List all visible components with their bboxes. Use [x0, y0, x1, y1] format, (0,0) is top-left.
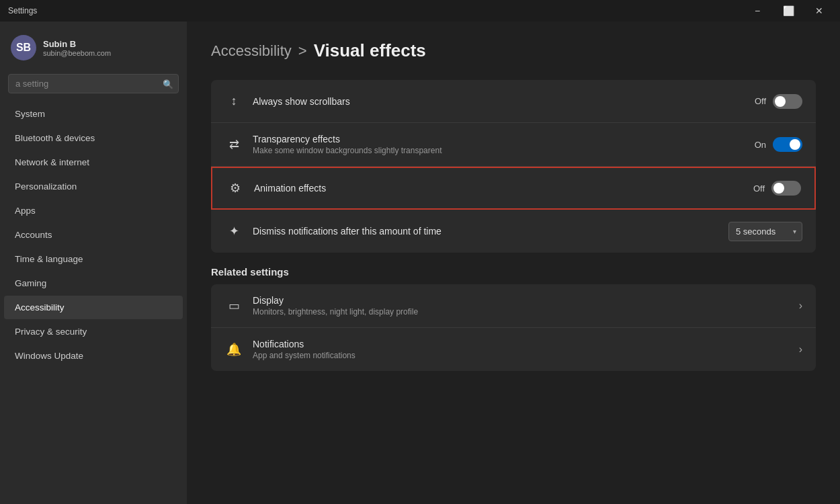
notifications-label: Notifications	[253, 339, 790, 349]
dismiss-text: Dismiss notifications after this amount …	[253, 226, 719, 237]
settings-section: ↕Always show scrollbarsOff⇄Transparency …	[211, 80, 816, 253]
sidebar-item-privacy[interactable]: Privacy & security	[4, 320, 183, 343]
transparency-toggle[interactable]	[773, 137, 802, 152]
transparency-icon: ⇄	[224, 135, 243, 154]
notifications-text: NotificationsApp and system notification…	[253, 339, 790, 360]
sidebar-item-personalization[interactable]: Personalization	[4, 175, 183, 198]
scrollbars-icon: ↕	[224, 92, 243, 111]
avatar: SB	[11, 35, 36, 60]
search-input[interactable]	[8, 74, 179, 93]
breadcrumb: Accessibility > Visual effects	[211, 40, 816, 61]
display-icon: ▭	[224, 296, 243, 315]
sidebar-item-network[interactable]: Network & internet	[4, 151, 183, 174]
sidebar-item-time[interactable]: Time & language	[4, 247, 183, 271]
transparency-label: Transparency effects	[253, 134, 745, 144]
app-title: Settings	[8, 6, 37, 15]
scrollbars-toggle-label: Off	[755, 96, 766, 106]
chevron-right-icon: ›	[799, 300, 802, 312]
transparency-desc: Make some window backgrounds slightly tr…	[253, 146, 745, 155]
scrollbars-control[interactable]: Off	[755, 94, 802, 109]
animation-toggle-label: Off	[753, 183, 765, 194]
transparency-text: Transparency effectsMake some window bac…	[253, 134, 745, 155]
breadcrumb-current: Visual effects	[314, 40, 426, 61]
scrollbars-text: Always show scrollbars	[253, 96, 745, 107]
search-icon: 🔍	[163, 79, 173, 89]
sidebar: SB Subin B subin@beebom.com 🔍 SystemBlue…	[0, 22, 187, 504]
user-info: Subin B subin@beebom.com	[43, 39, 111, 57]
dismiss-label: Dismiss notifications after this amount …	[253, 226, 719, 237]
animation-text: Animation effects	[254, 183, 744, 194]
animation-control[interactable]: Off	[753, 181, 801, 196]
main-content: Accessibility > Visual effects ↕Always s…	[187, 22, 840, 504]
notifications-icon: 🔔	[224, 340, 243, 359]
sidebar-item-accessibility[interactable]: Accessibility	[4, 296, 183, 319]
scrollbars-label: Always show scrollbars	[253, 96, 745, 107]
notifications-desc: App and system notifications	[253, 351, 790, 360]
transparency-toggle-label: On	[755, 140, 766, 150]
animation-icon: ⚙	[226, 179, 245, 198]
app-body: SB Subin B subin@beebom.com 🔍 SystemBlue…	[0, 22, 840, 504]
user-profile: SB Subin B subin@beebom.com	[0, 22, 187, 71]
related-settings-heading: Related settings	[211, 266, 816, 278]
breadcrumb-separator: >	[298, 42, 307, 60]
minimize-button[interactable]: −	[742, 0, 773, 22]
display-label: Display	[253, 295, 790, 306]
setting-row-animation: ⚙Animation effectsOff	[211, 167, 816, 210]
scrollbars-toggle[interactable]	[773, 94, 802, 109]
search-box[interactable]: 🔍	[8, 74, 179, 93]
dismiss-dropdown[interactable]: 5 seconds▾	[728, 222, 802, 241]
chevron-down-icon: ▾	[793, 228, 796, 235]
transparency-control[interactable]: On	[755, 137, 802, 152]
setting-row-dismiss: ✦Dismiss notifications after this amount…	[211, 210, 816, 253]
window-controls: − ⬜ ✕	[742, 0, 835, 22]
nav-container: SystemBluetooth & devicesNetwork & inter…	[0, 101, 187, 368]
related-row-notifications[interactable]: 🔔NotificationsApp and system notificatio…	[211, 328, 816, 371]
maximize-button[interactable]: ⬜	[773, 0, 804, 22]
related-row-display[interactable]: ▭DisplayMonitors, brightness, night ligh…	[211, 284, 816, 328]
setting-row-transparency: ⇄Transparency effectsMake some window ba…	[211, 123, 816, 167]
sidebar-item-system[interactable]: System	[4, 102, 183, 126]
sidebar-item-gaming[interactable]: Gaming	[4, 271, 183, 295]
display-text: DisplayMonitors, brightness, night light…	[253, 295, 790, 317]
title-bar: Settings − ⬜ ✕	[0, 0, 840, 22]
setting-row-scrollbars: ↕Always show scrollbarsOff	[211, 80, 816, 123]
animation-label: Animation effects	[254, 183, 744, 194]
chevron-right-icon: ›	[799, 343, 802, 355]
breadcrumb-parent[interactable]: Accessibility	[211, 42, 292, 60]
related-settings-section: ▭DisplayMonitors, brightness, night ligh…	[211, 284, 816, 371]
close-button[interactable]: ✕	[804, 0, 835, 22]
sidebar-item-windows-update[interactable]: Windows Update	[4, 344, 183, 368]
user-name: Subin B	[43, 39, 111, 49]
dismiss-control[interactable]: 5 seconds▾	[728, 222, 802, 241]
sidebar-item-bluetooth[interactable]: Bluetooth & devices	[4, 126, 183, 150]
sidebar-item-apps[interactable]: Apps	[4, 199, 183, 222]
display-desc: Monitors, brightness, night light, displ…	[253, 307, 790, 317]
sidebar-item-accounts[interactable]: Accounts	[4, 223, 183, 247]
animation-toggle[interactable]	[771, 181, 801, 196]
dismiss-icon: ✦	[224, 222, 243, 241]
user-email: subin@beebom.com	[43, 49, 111, 57]
